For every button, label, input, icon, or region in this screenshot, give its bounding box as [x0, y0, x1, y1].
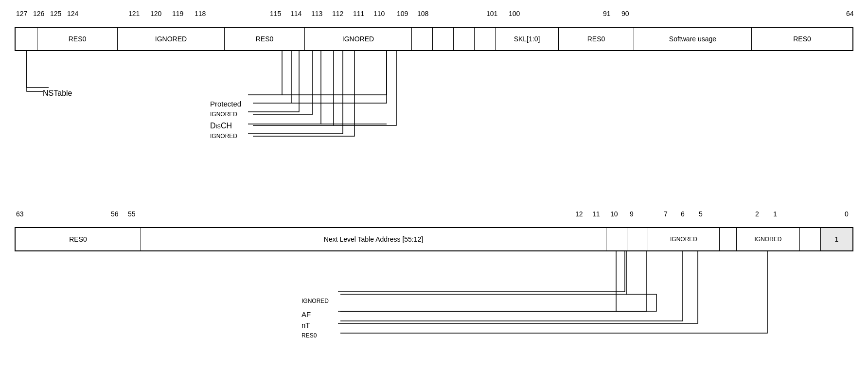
reg-cell-empty-b3: [720, 228, 737, 250]
bit-label-126: 126: [33, 10, 44, 18]
reg-cell-empty-b2: [627, 228, 648, 250]
bit-label-125: 125: [50, 10, 61, 18]
reg-cell-empty-1: [16, 28, 37, 50]
bit-label-127: 127: [16, 10, 27, 18]
bit-label-111: 111: [353, 10, 364, 18]
bit-label-109: 109: [397, 10, 408, 18]
annotation-ignored-bottom-1: IGNORED: [301, 298, 329, 304]
annotation-nt: nT: [301, 321, 310, 329]
bit-label-6: 6: [681, 210, 685, 218]
reg-cell-ignored-1: IGNORED: [118, 28, 225, 50]
connector-lines-svg: [0, 0, 868, 372]
bit-label-120: 120: [150, 10, 161, 18]
bit-label-90: 90: [621, 10, 629, 18]
bit-label-108: 108: [417, 10, 428, 18]
annotation-protected: Protected: [210, 100, 241, 108]
annotation-res0-bottom: RES0: [301, 332, 317, 339]
bit-label-115: 115: [270, 10, 281, 18]
bit-label-2: 2: [755, 210, 759, 218]
bit-label-9: 9: [630, 210, 634, 218]
bit-label-12: 12: [575, 210, 583, 218]
bit-label-124: 124: [67, 10, 78, 18]
bit-label-63: 63: [16, 210, 24, 218]
bit-label-114: 114: [290, 10, 301, 18]
reg-cell-empty-2: [412, 28, 433, 50]
reg-cell-next-level: Next Level Table Address [55:12]: [141, 228, 606, 250]
bit-label-55: 55: [128, 210, 136, 218]
reg-cell-ignored-2: IGNORED: [305, 28, 412, 50]
connector-lines: [0, 0, 868, 372]
reg-cell-res0-1: RES0: [37, 28, 118, 50]
bit-label-11: 11: [592, 210, 600, 218]
bit-label-64: 64: [846, 10, 854, 18]
bit-label-110: 110: [373, 10, 385, 18]
bit-label-100: 100: [509, 10, 520, 18]
annotation-ignored-2: IGNORED: [210, 133, 237, 140]
annotation-af: AF: [301, 310, 311, 319]
reg-cell-empty-3: [433, 28, 454, 50]
reg-cell-res0-bottom: RES0: [16, 228, 141, 250]
bit-label-5: 5: [699, 210, 703, 218]
bit-label-101: 101: [486, 10, 497, 18]
annotation-ignored-1: IGNORED: [210, 111, 237, 118]
reg-cell-skl: SKL[1:0]: [496, 28, 559, 50]
diagram-container: 127 126 125 124 121 120 119 118 115 114 …: [0, 0, 868, 372]
reg-cell-software-usage: Software usage: [634, 28, 752, 50]
reg-cell-empty-b4: [800, 228, 821, 250]
bit-label-118: 118: [195, 10, 206, 18]
bit-label-113: 113: [311, 10, 322, 18]
bit-label-91: 91: [603, 10, 611, 18]
bit-label-121: 121: [128, 10, 140, 18]
reg-cell-res0-3: RES0: [559, 28, 634, 50]
bit-label-7: 7: [664, 210, 668, 218]
bit-label-112: 112: [332, 10, 343, 18]
reg-cell-ignored-bottom-2: IGNORED: [737, 228, 800, 250]
reg-cell-res0-4: RES0: [752, 28, 852, 50]
reg-cell-res0-2: RES0: [225, 28, 305, 50]
reg-cell-empty-5: [475, 28, 496, 50]
reg-cell-one: 1: [821, 228, 852, 250]
bit-label-0: 0: [845, 210, 849, 218]
annotation-nstable: NSTable: [43, 89, 72, 98]
annotation-disch: DisCH: [210, 122, 232, 130]
bit-label-10: 10: [610, 210, 618, 218]
top-register-row: RES0 IGNORED RES0 IGNORED SKL[1:0] RES0 …: [15, 27, 853, 51]
bit-label-119: 119: [172, 10, 183, 18]
reg-cell-empty-4: [454, 28, 475, 50]
bit-label-1: 1: [773, 210, 777, 218]
reg-cell-ignored-bottom-1: IGNORED: [648, 228, 720, 250]
bottom-register-row: RES0 Next Level Table Address [55:12] IG…: [15, 227, 853, 251]
bit-label-56: 56: [111, 210, 119, 218]
reg-cell-empty-b1: [606, 228, 627, 250]
